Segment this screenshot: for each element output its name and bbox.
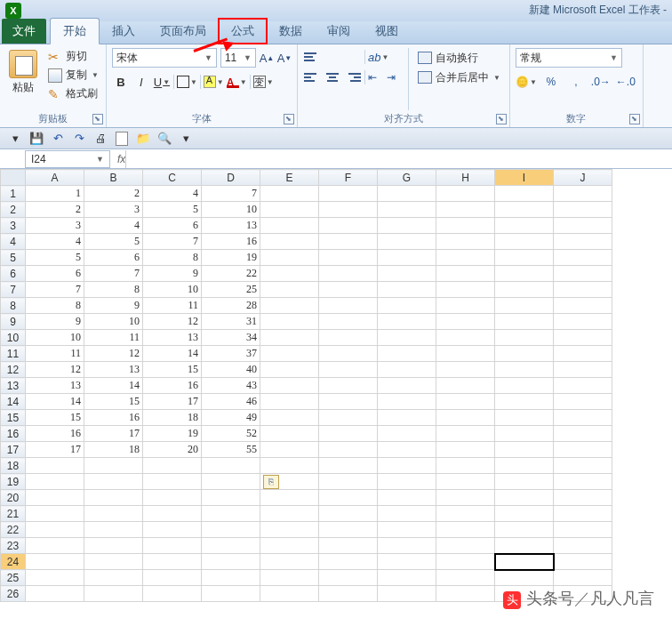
cell-F5[interactable] [319,250,378,266]
cell-B9[interactable]: 10 [84,314,143,330]
cell-H13[interactable] [436,378,495,394]
cell-J9[interactable] [554,314,612,330]
cell-H11[interactable] [436,346,495,362]
cell-E3[interactable] [260,218,319,234]
cell-G13[interactable] [378,378,436,394]
cell-H22[interactable] [436,522,495,538]
font-launcher[interactable]: ⬊ [284,114,294,124]
col-header-G[interactable]: G [378,170,436,186]
row-header-17[interactable]: 17 [1,442,26,458]
shrink-font-button[interactable]: A▼ [277,50,292,66]
cell-I18[interactable] [495,458,554,474]
qat-more[interactable]: ▾ [178,131,194,147]
col-header-C[interactable]: C [143,170,202,186]
row-header-3[interactable]: 3 [1,218,26,234]
align-middle-button[interactable] [324,49,341,65]
cell-D16[interactable]: 52 [202,426,260,442]
cell-I10[interactable] [495,330,554,346]
cell-H26[interactable] [436,586,495,602]
cell-J18[interactable] [554,458,612,474]
row-header-14[interactable]: 14 [1,394,26,410]
row-header-5[interactable]: 5 [1,250,26,266]
tab-视图[interactable]: 视图 [363,19,411,44]
cell-C12[interactable]: 15 [143,362,202,378]
grid[interactable]: ABCDEFGHIJ112472235103346134457165568196… [0,169,612,602]
cell-E2[interactable] [260,202,319,218]
cell-A22[interactable] [26,522,84,538]
cell-G15[interactable] [378,410,436,426]
cell-J17[interactable] [554,442,612,458]
cell-A13[interactable]: 13 [26,378,84,394]
cell-B5[interactable]: 6 [84,250,143,266]
cell-H24[interactable] [436,554,495,570]
cell-J25[interactable] [554,570,612,586]
cell-C24[interactable] [143,554,202,570]
cell-G19[interactable] [378,474,436,490]
row-header-13[interactable]: 13 [1,378,26,394]
row-header-15[interactable]: 15 [1,410,26,426]
number-format-combo[interactable]: 常规▼ [516,48,622,68]
cell-E15[interactable] [260,410,319,426]
cell-J4[interactable] [554,234,612,250]
cell-I17[interactable] [495,442,554,458]
cell-B25[interactable] [84,570,143,586]
redo-button[interactable]: ↷ [71,131,87,147]
cell-A26[interactable] [26,586,84,602]
cell-J8[interactable] [554,298,612,314]
cell-B12[interactable]: 13 [84,362,143,378]
cell-H9[interactable] [436,314,495,330]
cell-C11[interactable]: 14 [143,346,202,362]
cell-E6[interactable] [260,266,319,282]
cell-C18[interactable] [143,458,202,474]
bold-button[interactable]: B [112,73,130,91]
paste-button[interactable]: 粘贴 [5,48,41,110]
cell-E25[interactable] [260,570,319,586]
cell-C7[interactable]: 10 [143,282,202,298]
cell-A21[interactable] [26,506,84,522]
cell-J23[interactable] [554,538,612,554]
cell-C6[interactable]: 9 [143,266,202,282]
cell-H12[interactable] [436,362,495,378]
cell-I11[interactable] [495,346,554,362]
cell-B6[interactable]: 7 [84,266,143,282]
tab-审阅[interactable]: 审阅 [315,19,363,44]
align-right-button[interactable] [344,69,362,85]
cell-B18[interactable] [84,458,143,474]
cell-F21[interactable] [319,506,378,522]
wrap-text-button[interactable]: 自动换行 [414,48,504,68]
cell-G7[interactable] [378,282,436,298]
cell-I7[interactable] [495,282,554,298]
cell-E20[interactable] [260,490,319,506]
cell-D5[interactable]: 19 [202,250,260,266]
cell-J22[interactable] [554,522,612,538]
tab-公式[interactable]: 公式 [219,19,267,44]
cell-E11[interactable] [260,346,319,362]
merge-center-button[interactable]: 合并后居中▼ [414,68,504,87]
cell-E14[interactable] [260,394,319,410]
cell-H2[interactable] [436,202,495,218]
cell-H25[interactable] [436,570,495,586]
underline-button[interactable]: U▼ [153,73,171,91]
cell-E5[interactable] [260,250,319,266]
cell-D25[interactable] [202,570,260,586]
cell-D13[interactable]: 43 [202,378,260,394]
cell-H4[interactable] [436,234,495,250]
qat-dropdown[interactable]: ▾ [7,131,23,147]
cell-G20[interactable] [378,490,436,506]
font-color-button[interactable]: ▼ [227,73,247,91]
tab-file[interactable]: 文件 [2,19,46,44]
fill-color-button[interactable]: ▼ [204,73,224,91]
cell-J24[interactable] [554,554,612,570]
row-header-11[interactable]: 11 [1,346,26,362]
cell-G12[interactable] [378,362,436,378]
font-name-combo[interactable]: 宋体▼ [112,48,217,68]
cell-B3[interactable]: 4 [84,218,143,234]
cell-G8[interactable] [378,298,436,314]
cell-B21[interactable] [84,506,143,522]
cell-C21[interactable] [143,506,202,522]
cell-H20[interactable] [436,490,495,506]
cell-F25[interactable] [319,570,378,586]
cell-B19[interactable] [84,474,143,490]
col-header-B[interactable]: B [84,170,143,186]
cell-A19[interactable] [26,474,84,490]
